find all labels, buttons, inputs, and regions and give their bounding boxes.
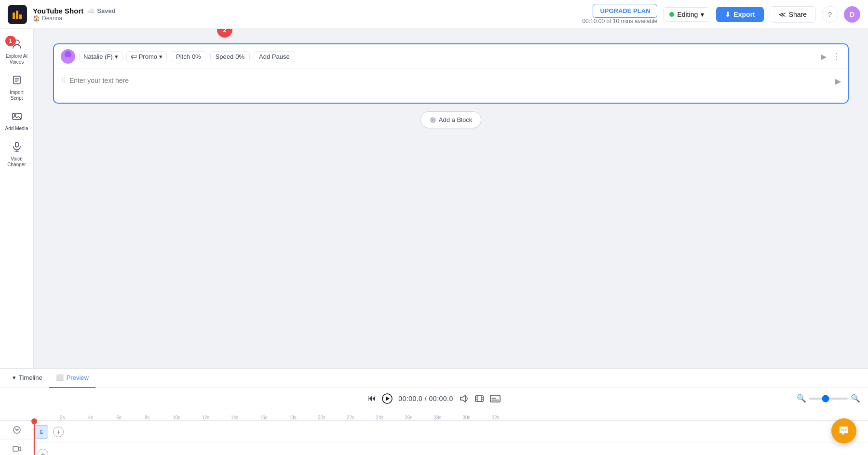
sidebar-item-explore-ai[interactable]: 1 Explore AIVoices bbox=[2, 35, 31, 69]
logo-icon bbox=[11, 8, 24, 21]
import-script-label: ImportScript bbox=[10, 90, 23, 101]
editing-label: Editing bbox=[677, 11, 698, 18]
speed-label: Speed bbox=[216, 53, 234, 60]
project-title: YouTube Short ☁️ Saved bbox=[33, 7, 116, 15]
bottom-bar: ▾ Timeline ⬜ Preview ⏮ 00:00.0 / 00:00.0 bbox=[0, 368, 868, 455]
svg-rect-10 bbox=[15, 142, 18, 147]
project-title-text: YouTube Short bbox=[33, 7, 83, 15]
add-media-label: Add Media bbox=[5, 126, 28, 132]
logo bbox=[8, 5, 27, 24]
zoom-plus-icon[interactable]: 🔍 bbox=[851, 394, 860, 403]
chat-fab[interactable] bbox=[831, 418, 856, 443]
timeline-area: 2s 4s 6s 8s 10s 12s 14s 16s 18s 20s 22s … bbox=[0, 409, 868, 455]
style-chevron-icon: ▾ bbox=[159, 53, 163, 60]
voice-name: Natalie (F) bbox=[83, 53, 113, 60]
help-button[interactable]: ? bbox=[822, 6, 838, 23]
total-time: 00:00.0 bbox=[429, 395, 453, 402]
ruler-mark-16s: 16s bbox=[260, 415, 268, 420]
block-play-icon[interactable]: ▶ bbox=[821, 52, 827, 61]
zoom-search-icon[interactable]: 🔍 bbox=[797, 394, 806, 403]
timeline-ruler: 2s 4s 6s 8s 10s 12s 14s 16s 18s 20s 22s … bbox=[0, 409, 868, 421]
block-body: ⠿ ▶ bbox=[54, 69, 848, 103]
play-pause-button[interactable] bbox=[382, 393, 393, 404]
ruler-mark-2s: 2s bbox=[60, 415, 65, 420]
svg-point-40 bbox=[845, 429, 847, 431]
volume-button[interactable] bbox=[459, 394, 469, 403]
audio-add-button[interactable]: + bbox=[51, 427, 64, 437]
video-track-label bbox=[0, 440, 33, 455]
svg-marker-35 bbox=[18, 447, 21, 451]
voice-selector[interactable]: Natalie (F) ▾ bbox=[79, 51, 122, 62]
sidebar-item-add-media[interactable]: Add Media bbox=[2, 107, 31, 135]
download-icon: ⬇ bbox=[725, 11, 731, 18]
svg-point-29 bbox=[14, 427, 20, 433]
ruler-mark-24s: 24s bbox=[376, 415, 383, 420]
tab-timeline[interactable]: ▾ Timeline bbox=[6, 369, 49, 388]
plus-circle-icon: ⊕ bbox=[430, 115, 436, 124]
sidebar: 1 Explore AIVoices ImportScript bbox=[0, 29, 34, 368]
track-content: E + + + bbox=[34, 421, 868, 455]
add-block-label: Add a Block bbox=[439, 116, 472, 123]
audio-clip[interactable]: E bbox=[35, 425, 48, 439]
bottom-controls: ⏮ 00:00.0 / 00:00.0 bbox=[0, 388, 868, 409]
upgrade-plan-button[interactable]: UPGRADE PLAN bbox=[593, 4, 657, 18]
svg-marker-18 bbox=[461, 395, 465, 402]
film-button[interactable] bbox=[475, 394, 484, 403]
preview-icon: ⬜ bbox=[56, 374, 64, 381]
block-header: Natalie (F) ▾ 🏷 Promo ▾ Pitch 0% Speed 0… bbox=[54, 44, 848, 69]
add-media-icon bbox=[12, 111, 22, 124]
svg-marker-17 bbox=[386, 397, 390, 401]
share-button[interactable]: ≪ Share bbox=[770, 6, 816, 23]
current-time: 00:00.0 bbox=[398, 395, 422, 402]
svg-rect-2 bbox=[19, 14, 22, 19]
playhead[interactable] bbox=[34, 421, 35, 455]
editing-status-dot bbox=[669, 12, 674, 17]
step-badge-1: 1 bbox=[5, 36, 16, 46]
track-labels bbox=[0, 421, 34, 455]
caption-button[interactable] bbox=[490, 394, 501, 403]
svg-rect-26 bbox=[490, 395, 500, 402]
ruler-marks: 2s 4s 6s 8s 10s 12s 14s 16s 18s 20s 22s … bbox=[34, 409, 868, 420]
svg-point-14 bbox=[65, 51, 71, 58]
style-label: Promo bbox=[139, 53, 157, 60]
skip-back-button[interactable]: ⏮ bbox=[367, 393, 376, 403]
video-add-button[interactable]: + bbox=[36, 449, 48, 455]
upgrade-wrapper: UPGRADE PLAN 00:10:00 of 10 mins availab… bbox=[582, 4, 657, 25]
add-block-button[interactable]: ⊕ Add a Block bbox=[420, 111, 481, 128]
avatar[interactable]: D bbox=[844, 6, 860, 23]
pitch-value: 0% bbox=[192, 53, 201, 60]
svg-rect-0 bbox=[13, 13, 15, 19]
ruler-mark-12s: 12s bbox=[202, 415, 209, 420]
time-separator: / bbox=[425, 395, 429, 402]
svg-rect-1 bbox=[16, 11, 18, 19]
sidebar-item-voice-changer[interactable]: VoiceChanger bbox=[2, 137, 31, 172]
block-body-play-icon[interactable]: ▶ bbox=[835, 77, 841, 86]
ruler-mark-30s: 30s bbox=[463, 415, 471, 420]
time-display: 00:00.0 / 00:00.0 bbox=[398, 395, 453, 402]
pitch-button[interactable]: Pitch 0% bbox=[171, 51, 206, 62]
export-button[interactable]: ⬇ Export bbox=[716, 7, 763, 22]
voice-changer-icon bbox=[12, 141, 22, 154]
style-selector[interactable]: 🏷 Promo ▾ bbox=[126, 51, 167, 62]
speed-value: 0% bbox=[235, 53, 244, 60]
ruler-mark-22s: 22s bbox=[347, 415, 354, 420]
add-block-container: ⊕ Add a Block bbox=[53, 111, 849, 128]
zoom-slider[interactable] bbox=[809, 398, 848, 400]
block-text-input[interactable] bbox=[69, 76, 831, 96]
ruler-mark-10s: 10s bbox=[173, 415, 180, 420]
editing-button[interactable]: Editing ▾ bbox=[663, 7, 710, 22]
drag-handle-icon[interactable]: ⠿ bbox=[61, 77, 66, 84]
svg-line-31 bbox=[16, 428, 17, 431]
cloud-icon: ☁️ bbox=[87, 7, 95, 14]
add-pause-button[interactable]: Add Pause bbox=[254, 51, 295, 62]
block-more-icon[interactable]: ⋮ bbox=[832, 51, 841, 62]
chevron-down-icon: ▾ bbox=[701, 11, 704, 18]
pitch-label: Pitch bbox=[176, 53, 190, 60]
main-content: 2 Natalie (F) ▾ 🏷 Promo ▾ bbox=[34, 29, 868, 368]
project-breadcrumb: 🏠 Deanna bbox=[33, 15, 116, 22]
ruler-mark-6s: 6s bbox=[116, 415, 122, 420]
speed-button[interactable]: Speed 0% bbox=[210, 51, 250, 62]
sidebar-item-import-script[interactable]: ImportScript bbox=[2, 71, 31, 105]
saved-indicator: ☁️ Saved bbox=[87, 7, 115, 14]
tab-preview[interactable]: ⬜ Preview bbox=[49, 369, 95, 388]
